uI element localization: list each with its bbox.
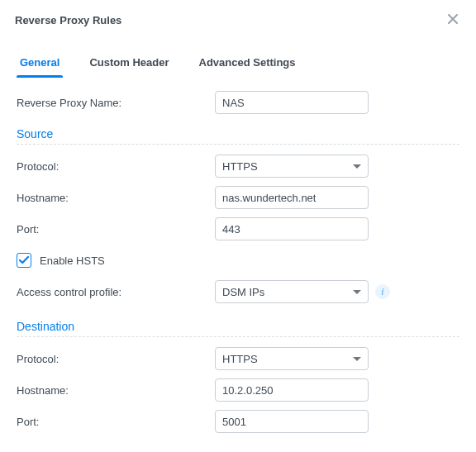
dialog-body: General Custom Header Advanced Settings … bbox=[0, 35, 476, 446]
destination-protocol-select[interactable]: HTTPS bbox=[215, 347, 369, 370]
row-dest-protocol: Protocol: HTTPS bbox=[17, 344, 459, 373]
chevron-down-icon bbox=[353, 290, 361, 294]
row-enable-hsts: Enable HSTS bbox=[17, 245, 459, 275]
dialog-title: Reverse Proxy Rules bbox=[15, 14, 445, 26]
row-source-protocol: Protocol: HTTPS bbox=[17, 151, 459, 181]
access-control-profile-select[interactable]: DSM IPs bbox=[215, 280, 369, 303]
tab-advanced-settings[interactable]: Advanced Settings bbox=[196, 50, 299, 77]
dialog-footer: Cancel Save bbox=[0, 446, 476, 452]
check-icon bbox=[19, 256, 29, 264]
enable-hsts-label: Enable HSTS bbox=[40, 255, 105, 267]
chevron-down-icon bbox=[353, 357, 361, 361]
row-source-port: Port: bbox=[17, 214, 459, 244]
acp-value: DSM IPs bbox=[222, 286, 264, 298]
label-source-port: Port: bbox=[17, 223, 215, 236]
reverse-proxy-dialog: Reverse Proxy Rules General Custom Heade… bbox=[0, 0, 476, 452]
row-name: Reverse Proxy Name: bbox=[17, 88, 459, 117]
destination-port-input[interactable] bbox=[215, 410, 369, 433]
destination-hostname-input[interactable] bbox=[215, 378, 369, 402]
section-source-title: Source bbox=[17, 127, 459, 140]
label-source-hostname: Hostname: bbox=[17, 192, 215, 204]
row-dest-hostname: Hostname: bbox=[17, 375, 459, 405]
source-port-input[interactable] bbox=[215, 217, 369, 240]
reverse-proxy-name-input[interactable] bbox=[215, 91, 369, 114]
info-icon[interactable]: i bbox=[375, 284, 390, 299]
close-icon[interactable] bbox=[445, 10, 461, 30]
tabs: General Custom Header Advanced Settings bbox=[17, 50, 459, 78]
section-destination-title: Destination bbox=[17, 320, 459, 333]
row-access-control-profile: Access control profile: DSM IPs i bbox=[17, 277, 459, 307]
source-protocol-select[interactable]: HTTPS bbox=[215, 155, 369, 178]
source-hostname-input[interactable] bbox=[215, 186, 369, 209]
divider bbox=[17, 144, 459, 145]
tab-general[interactable]: General bbox=[17, 50, 63, 77]
label-source-protocol: Protocol: bbox=[17, 160, 215, 173]
row-source-hostname: Hostname: bbox=[17, 183, 459, 212]
tab-custom-header[interactable]: Custom Header bbox=[86, 50, 172, 77]
label-dest-port: Port: bbox=[17, 416, 215, 428]
chevron-down-icon bbox=[353, 164, 361, 169]
enable-hsts-checkbox[interactable] bbox=[17, 253, 31, 268]
titlebar: Reverse Proxy Rules bbox=[0, 0, 476, 35]
label-dest-hostname: Hostname: bbox=[17, 384, 215, 397]
row-dest-port: Port: bbox=[17, 407, 459, 436]
divider bbox=[17, 336, 459, 337]
source-protocol-value: HTTPS bbox=[222, 160, 258, 173]
label-name: Reverse Proxy Name: bbox=[17, 97, 215, 109]
dest-protocol-value: HTTPS bbox=[222, 353, 258, 365]
label-acp: Access control profile: bbox=[17, 286, 215, 298]
label-dest-protocol: Protocol: bbox=[17, 353, 215, 365]
